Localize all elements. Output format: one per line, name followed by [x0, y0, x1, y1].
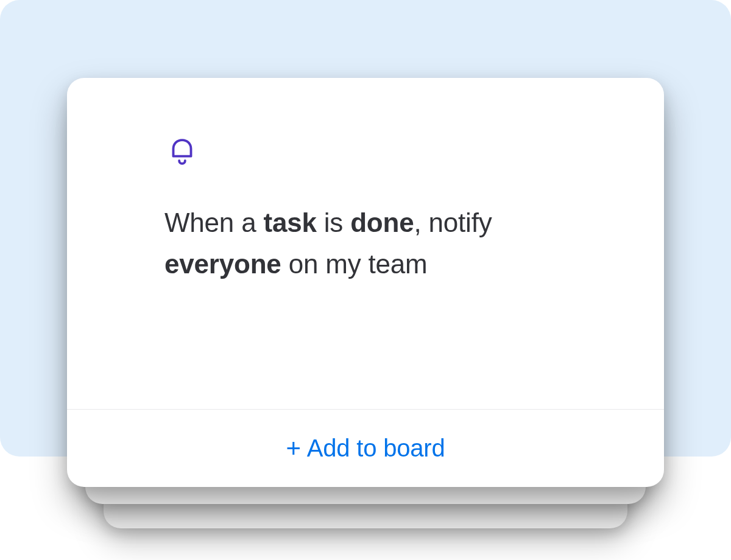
rule-segment: on my team	[281, 249, 428, 279]
rule-segment: is	[317, 208, 350, 237]
automation-card: When a task is done, notify everyone on …	[67, 78, 664, 487]
rule-keyword-task: task	[263, 208, 316, 237]
add-to-board-button[interactable]: + Add to board	[286, 435, 445, 462]
automation-rule-text: When a task is done, notify everyone on …	[164, 202, 603, 285]
rule-segment: When a	[164, 208, 263, 237]
card-footer: + Add to board	[67, 409, 664, 487]
rule-segment: , notify	[414, 208, 492, 237]
plus-icon: +	[286, 436, 301, 461]
bell-icon	[164, 133, 603, 168]
rule-keyword-everyone: everyone	[164, 249, 281, 279]
add-button-label: Add to board	[307, 435, 445, 462]
rule-keyword-done: done	[350, 208, 414, 237]
card-body: When a task is done, notify everyone on …	[67, 78, 664, 409]
